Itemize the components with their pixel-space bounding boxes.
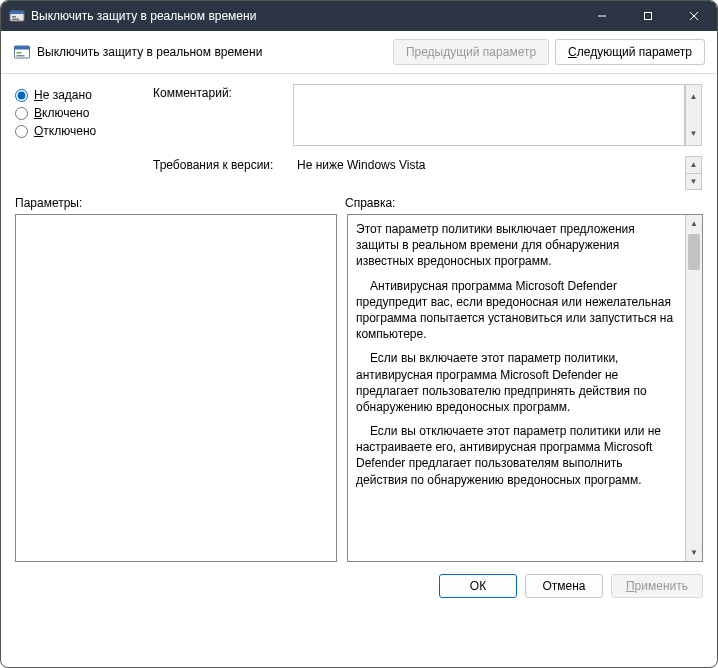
svg-rect-4 (645, 13, 652, 20)
state-radio-group: Не задано Включено Отключено (15, 84, 135, 190)
chevron-up-icon[interactable]: ▲ (686, 157, 701, 173)
scroll-thumb[interactable] (688, 234, 700, 270)
app-icon (9, 8, 25, 24)
scroll-down-icon[interactable]: ▼ (686, 544, 702, 561)
apply-label: Применить (626, 579, 688, 593)
minimize-button[interactable] (579, 1, 625, 31)
requirements-spinner[interactable]: ▲ ▼ (685, 156, 702, 190)
svg-rect-1 (10, 11, 24, 14)
radio-enabled-label[interactable]: Включено (34, 106, 89, 120)
maximize-button[interactable] (625, 1, 671, 31)
panels: Этот параметр политики выключает предлож… (1, 214, 717, 562)
section-headers: Параметры: Справка: (1, 190, 717, 214)
policy-icon (13, 43, 31, 61)
requirements-value: Не ниже Windows Vista (293, 156, 685, 176)
chevron-down-icon[interactable]: ▼ (686, 173, 701, 190)
svg-rect-7 (17, 52, 22, 54)
requirements-label: Требования к версии: (153, 156, 293, 172)
window-title: Выключить защиту в реальном времени (31, 9, 579, 23)
titlebar: Выключить защиту в реальном времени (1, 1, 717, 31)
params-panel (15, 214, 337, 562)
comment-spinner[interactable]: ▲ ▼ (685, 84, 702, 146)
svg-rect-3 (12, 19, 19, 21)
svg-rect-6 (15, 46, 30, 50)
next-setting-button[interactable]: Следующий параметр (555, 39, 705, 65)
help-header: Справка: (345, 196, 703, 210)
help-paragraph: Этот параметр политики выключает предлож… (356, 221, 677, 270)
ok-button[interactable]: ОК (439, 574, 517, 598)
footer: ОК Отмена Применить (1, 562, 717, 610)
help-panel: Этот параметр политики выключает предлож… (347, 214, 703, 562)
chevron-down-icon[interactable]: ▼ (686, 122, 701, 145)
close-button[interactable] (671, 1, 717, 31)
svg-rect-2 (12, 16, 16, 18)
radio-disabled-label[interactable]: Отключено (34, 124, 96, 138)
scroll-track[interactable] (686, 270, 702, 544)
ok-label: ОК (470, 579, 486, 593)
svg-rect-8 (17, 55, 25, 57)
apply-button: Применить (611, 574, 703, 598)
help-content: Этот параметр политики выключает предлож… (348, 215, 685, 561)
toolbar: Выключить защиту в реальном времени Пред… (1, 31, 717, 74)
next-label: Следующий параметр (568, 45, 692, 59)
help-paragraph: Если вы включаете этот параметр политики… (356, 350, 677, 415)
comment-label: Комментарий: (153, 84, 293, 100)
help-paragraph: Антивирусная программа Microsoft Defende… (356, 278, 677, 343)
radio-not-configured-label[interactable]: Не задано (34, 88, 92, 102)
comment-textarea[interactable] (293, 84, 685, 146)
cancel-button[interactable]: Отмена (525, 574, 603, 598)
params-header: Параметры: (15, 196, 345, 210)
toolbar-title: Выключить защиту в реальном времени (37, 45, 387, 59)
scroll-up-icon[interactable]: ▲ (686, 215, 702, 232)
prev-label: Предыдущий параметр (406, 45, 536, 59)
help-paragraph: Если вы отключаете этот параметр политик… (356, 423, 677, 488)
main-settings: Не задано Включено Отключено Комментарий… (1, 74, 717, 190)
radio-enabled[interactable] (15, 107, 28, 120)
cancel-label: Отмена (542, 579, 585, 593)
chevron-up-icon[interactable]: ▲ (686, 85, 701, 108)
radio-disabled[interactable] (15, 125, 28, 138)
previous-setting-button: Предыдущий параметр (393, 39, 549, 65)
details-grid: Комментарий: ▲ ▼ Требования к версии: Не… (153, 84, 703, 190)
help-scrollbar[interactable]: ▲ ▼ (685, 215, 702, 561)
radio-not-configured[interactable] (15, 89, 28, 102)
